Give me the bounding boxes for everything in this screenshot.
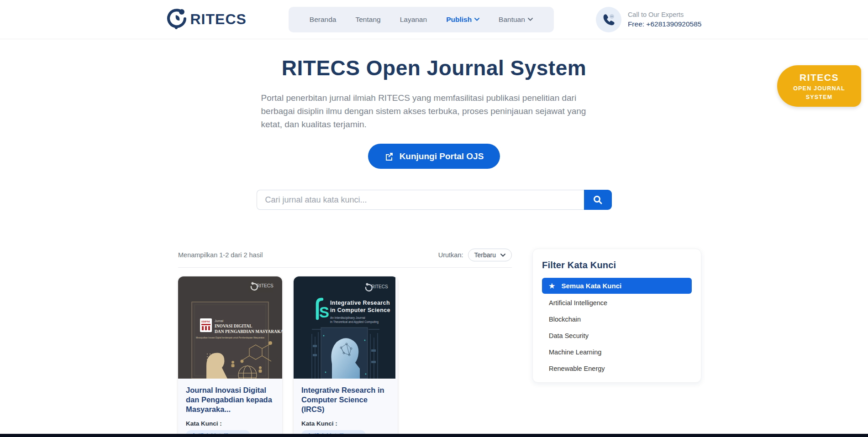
ribbon-line2: OPEN JOURNAL (784, 85, 855, 92)
filter-item-artificial-intelligence[interactable]: Artificial Intelligence (542, 294, 692, 307)
nav-item-publish[interactable]: Publish (446, 16, 479, 24)
external-link-icon (384, 152, 394, 161)
svg-text:INOVASI DIGITAL: INOVASI DIGITAL (215, 324, 252, 328)
sort-select[interactable]: Terbaru (468, 249, 512, 261)
filter-item-data-security[interactable]: Data Security (542, 327, 692, 340)
top-navbar: RITECS Beranda Tentang Layanan Publish B… (0, 0, 868, 39)
journal-cards: RITECS IDPM Jurnal INOVASI DIGITAL DAN (178, 276, 512, 437)
keyword-filter-panel: Filter Kata Kunci ★ Semua Kata Kunci Art… (532, 249, 701, 383)
svg-text:IDPM: IDPM (201, 320, 210, 323)
journal-title: Journal Inovasi Digital dan Pengabdian k… (186, 385, 274, 414)
journal-title: Integrative Research in Computer Science… (301, 385, 390, 414)
star-icon: ★ (549, 282, 555, 289)
svg-text:Integrative Research: Integrative Research (330, 300, 390, 306)
journal-cover-image: RITECS IDPM Jurnal INOVASI DIGITAL DAN (178, 276, 282, 379)
results-count: Menampilkan 1-2 dari 2 hasil (178, 251, 263, 259)
svg-text:Mewujudkan Inovasi Digital ber: Mewujudkan Inovasi Digital berdampak unt… (196, 337, 265, 339)
journal-card-inovasi-digital[interactable]: RITECS IDPM Jurnal INOVASI DIGITAL DAN (178, 276, 282, 437)
brand-logo[interactable]: RITECS (167, 8, 247, 31)
nav-item-bantuan[interactable]: Bantuan (499, 16, 533, 24)
filter-title: Filter Kata Kunci (542, 260, 692, 271)
chevron-down-icon (500, 254, 505, 257)
sort-label: Urutkan: (438, 251, 463, 259)
filter-item-all-keywords[interactable]: ★ Semua Kata Kunci (542, 278, 692, 294)
ojs-ribbon-badge: RITECS OPEN JOURNAL SYSTEM (777, 65, 861, 107)
footer-top-edge (0, 434, 868, 437)
main-nav: Beranda Tentang Layanan Publish Bantuan (289, 7, 554, 32)
svg-text:S: S (319, 304, 329, 321)
search-icon (593, 195, 603, 205)
contact-caption: Call to Our Experts (628, 11, 702, 18)
journal-search (257, 190, 612, 210)
search-button[interactable] (584, 190, 612, 210)
journal-cover-image: RITECS S Integrative Research in Compute… (294, 276, 395, 379)
search-input[interactable] (257, 190, 584, 210)
chevron-down-icon (528, 18, 533, 21)
nav-item-tentang[interactable]: Tentang (355, 16, 380, 24)
filter-item-machine-learning[interactable]: Machine Learning (542, 343, 692, 357)
journal-card-ircs[interactable]: RITECS S Integrative Research in Compute… (294, 276, 398, 437)
keywords-label: Kata Kunci : (186, 420, 274, 427)
hero-description: Portal penerbitan jurnal ilmiah RITECS y… (261, 91, 607, 131)
ribbon-line1: RITECS (784, 72, 855, 83)
svg-text:DAN PENGABDIAN MASYARAKAT: DAN PENGABDIAN MASYARAKAT (215, 329, 282, 334)
keywords-label: Kata Kunci : (301, 420, 390, 427)
contact-block: Call to Our Experts Free: +6281390920585 (596, 7, 702, 32)
main-content: Menampilkan 1-2 dari 2 hasil Urutkan: Te… (178, 249, 701, 437)
ribbon-line3: SYSTEM (784, 94, 855, 100)
svg-text:Jurnal: Jurnal (215, 319, 224, 323)
svg-text:An Interdisciplinary Journal: An Interdisciplinary Journal (330, 316, 365, 320)
visit-ojs-button[interactable]: Kunjungi Portal OJS (368, 144, 500, 169)
hero-section: RITECS Open Journal System Portal penerb… (0, 56, 868, 210)
svg-text:RITECS: RITECS (371, 284, 388, 289)
chevron-down-icon (474, 18, 479, 21)
filter-item-renewable-energy[interactable]: Renewable Energy (542, 359, 692, 373)
svg-text:in Computer Science: in Computer Science (330, 307, 390, 313)
svg-text:in Theoretical and Applied Com: in Theoretical and Applied Computing (330, 320, 379, 324)
divider (178, 267, 512, 268)
nav-item-layanan[interactable]: Layanan (400, 16, 427, 24)
phone-icon (596, 7, 621, 32)
brand-name: RITECS (190, 11, 247, 28)
results-panel: Menampilkan 1-2 dari 2 hasil Urutkan: Te… (178, 249, 512, 437)
contact-phone-number[interactable]: Free: +6281390920585 (628, 20, 702, 28)
filter-item-blockchain[interactable]: Blockchain (542, 310, 692, 324)
sort-control: Urutkan: Terbaru (438, 249, 512, 261)
page-title: RITECS Open Journal System (0, 56, 868, 80)
ritecs-logo-icon (167, 8, 187, 31)
nav-item-beranda[interactable]: Beranda (310, 16, 337, 24)
svg-text:RITECS: RITECS (257, 283, 274, 288)
